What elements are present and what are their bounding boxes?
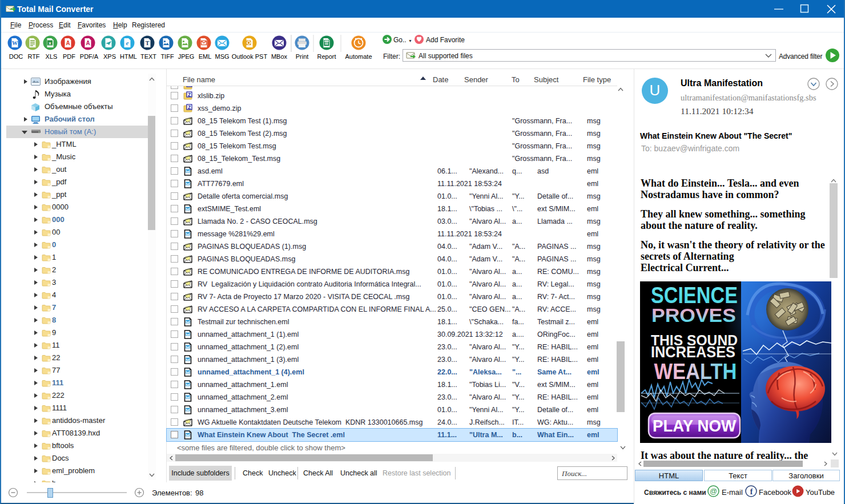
svg-text:PLAY NOW: PLAY NOW <box>653 417 737 435</box>
svg-text:PROVES: PROVES <box>651 304 736 326</box>
svg-text:INCREASES: INCREASES <box>651 343 735 361</box>
svg-text:f: f <box>750 487 753 496</box>
svg-text:WEALTH: WEALTH <box>654 359 737 384</box>
svg-text:@: @ <box>710 487 717 495</box>
